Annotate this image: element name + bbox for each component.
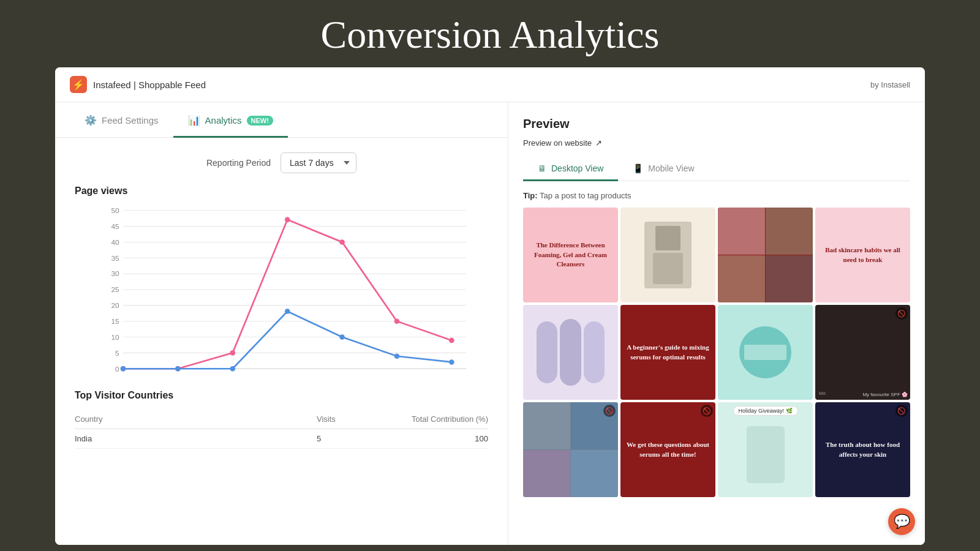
tab-feed-settings-label: Feed Settings: [102, 115, 159, 126]
preview-tabs: 🖥 Desktop View 📱 Mobile View: [523, 157, 910, 181]
grid-item-11[interactable]: Holiday Giveaway! 🌿: [718, 402, 813, 497]
svg-point-38: [230, 366, 236, 372]
desktop-icon: 🖥: [538, 163, 546, 173]
svg-point-31: [230, 350, 236, 356]
grid-item-1[interactable]: The Difference Between Foaming, Gel and …: [523, 208, 618, 302]
desktop-tab-label: Desktop View: [551, 163, 603, 173]
app-body: ⚙️ Feed Settings 📊 Analytics NEW! Report…: [55, 102, 925, 545]
period-select[interactable]: Last 7 days Last 30 days Last 90 days: [281, 152, 356, 173]
grid-item-4[interactable]: Bad skincare habits we all need to break: [815, 208, 910, 302]
tab-analytics[interactable]: 📊 Analytics NEW!: [173, 102, 288, 138]
hide-icon-9[interactable]: 🚫: [603, 405, 616, 417]
svg-point-42: [449, 359, 454, 365]
svg-text:35: 35: [111, 254, 119, 263]
by-label: by Instasell: [870, 80, 910, 89]
col-visits-header: Visits: [317, 414, 390, 424]
svg-point-33: [339, 239, 345, 245]
tip-content: Tap a post to tag products: [540, 191, 631, 200]
col-contrib-header: Total Contribution (%): [390, 414, 488, 424]
svg-point-32: [285, 217, 290, 223]
left-panel: ⚙️ Feed Settings 📊 Analytics NEW! Report…: [55, 102, 508, 545]
grid-item-8[interactable]: Me My favourite SPF 🌸 🚫: [815, 305, 910, 400]
svg-text:40: 40: [111, 238, 119, 247]
tabs-bar: ⚙️ Feed Settings 📊 Analytics NEW!: [55, 102, 508, 138]
grid-item-3[interactable]: [718, 208, 813, 302]
tip-text: Tip: Tap a post to tag products: [523, 191, 910, 200]
chart-title: Page views: [75, 186, 488, 197]
tip-label: Tip:: [523, 191, 538, 200]
col-country-header: Country: [75, 414, 317, 424]
svg-text:50: 50: [111, 206, 119, 215]
reporting-period-label: Reporting Period: [206, 158, 271, 168]
hide-icon-12[interactable]: 🚫: [895, 405, 908, 417]
svg-text:25: 25: [111, 285, 119, 294]
svg-text:45: 45: [111, 222, 119, 231]
svg-text:20: 20: [111, 301, 119, 310]
tab-feed-settings[interactable]: ⚙️ Feed Settings: [70, 102, 173, 138]
svg-point-41: [394, 353, 400, 359]
grid-item-9[interactable]: 🚫: [523, 402, 618, 497]
analytics-content: Reporting Period Last 7 days Last 30 day…: [55, 138, 508, 545]
hide-icon-10[interactable]: 🚫: [701, 405, 713, 417]
preview-image-grid: The Difference Between Foaming, Gel and …: [523, 208, 910, 497]
mobile-tab-label: Mobile View: [648, 163, 694, 173]
svg-text:5: 5: [115, 349, 119, 358]
grid-item-10[interactable]: We get these questions about serums all …: [620, 402, 715, 497]
chart-area: 50 45 40 35 30 25 20 15 10 5 0: [75, 204, 488, 375]
svg-text:10: 10: [111, 333, 119, 342]
table-header: Country Visits Total Contribution (%): [75, 410, 488, 429]
settings-icon: ⚙️: [85, 114, 97, 126]
top-countries-title: Top Visitor Countries: [75, 390, 488, 401]
svg-point-37: [175, 366, 181, 372]
svg-point-40: [339, 334, 345, 340]
hide-icon-8[interactable]: 🚫: [895, 307, 908, 320]
svg-point-36: [121, 366, 126, 372]
svg-point-34: [394, 318, 400, 324]
analytics-icon: 📊: [188, 114, 200, 126]
preview-title: Preview: [523, 117, 910, 131]
grid-item-12[interactable]: The truth about how food affects your sk…: [815, 402, 910, 497]
contrib-cell: 100: [390, 434, 488, 443]
page-title: Conversion Analytics: [0, 0, 980, 67]
svg-text:30: 30: [111, 269, 119, 278]
svg-text:0: 0: [115, 365, 119, 373]
new-badge: NEW!: [247, 116, 273, 126]
right-panel: Preview Preview on website ↗ 🖥 Desktop V…: [508, 102, 925, 545]
external-link-icon: ↗: [595, 138, 602, 148]
pageviews-chart-section: Page views: [75, 186, 488, 375]
app-header: ⚡ Instafeed | Shoppable Feed by Instasel…: [55, 67, 925, 102]
top-countries-section: Top Visitor Countries Country Visits Tot…: [75, 390, 488, 449]
grid-item-5[interactable]: [523, 305, 618, 400]
visits-cell: 5: [317, 434, 390, 443]
grid-item-6[interactable]: A beginner's guide to mixing serums for …: [620, 305, 715, 400]
chart-svg: 50 45 40 35 30 25 20 15 10 5 0: [75, 204, 488, 375]
tab-analytics-label: Analytics: [205, 115, 242, 126]
chat-button[interactable]: 💬: [888, 508, 915, 535]
svg-point-35: [449, 338, 454, 343]
grid-item-7[interactable]: [718, 305, 813, 400]
svg-point-39: [285, 309, 290, 314]
app-logo-icon: ⚡: [70, 76, 87, 93]
holiday-badge: Holiday Giveaway! 🌿: [733, 406, 797, 416]
table-row: India 5 100: [75, 429, 488, 449]
preview-website-label: Preview on website: [523, 138, 592, 148]
app-title: Instafeed | Shoppable Feed: [93, 80, 206, 90]
mobile-icon: 📱: [633, 163, 643, 173]
grid-item-2[interactable]: [620, 208, 715, 302]
reporting-period-row: Reporting Period Last 7 days Last 30 day…: [75, 152, 488, 173]
preview-website-link[interactable]: Preview on website ↗: [523, 138, 910, 148]
header-left: ⚡ Instafeed | Shoppable Feed: [70, 76, 206, 93]
preview-tab-desktop[interactable]: 🖥 Desktop View: [523, 157, 618, 181]
svg-text:15: 15: [111, 317, 119, 326]
app-container: ⚡ Instafeed | Shoppable Feed by Instasel…: [55, 67, 925, 545]
preview-tab-mobile[interactable]: 📱 Mobile View: [618, 157, 709, 181]
country-cell: India: [75, 434, 317, 443]
